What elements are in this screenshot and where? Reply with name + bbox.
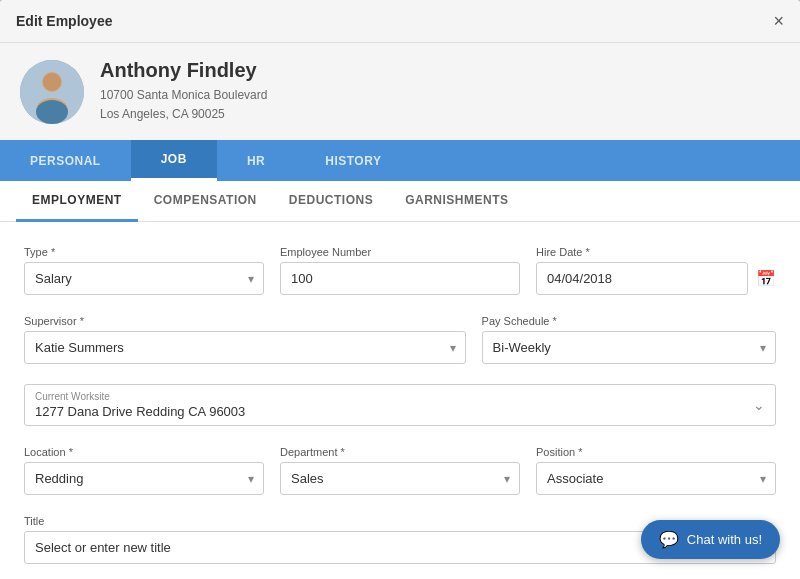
close-button[interactable]: × [773,12,784,30]
position-group: Position * Associate [536,446,776,495]
location-select-wrapper: Redding [24,462,264,495]
form-row-3: Current Worksite 1277 Dana Drive Redding… [24,384,776,426]
form-row-1: Type * Salary Employee Number Hire Date … [24,246,776,295]
hire-date-label: Hire Date * [536,246,776,258]
supervisor-group: Supervisor * Katie Summers [24,315,466,364]
pay-schedule-label: Pay Schedule * [482,315,776,327]
employee-number-group: Employee Number [280,246,520,295]
employee-info-section: Anthony Findley 10700 Santa Monica Boule… [0,43,800,140]
chat-button[interactable]: 💬 Chat with us! [641,520,780,559]
employee-name: Anthony Findley [100,59,267,82]
tab-garnishments[interactable]: GARNISHMENTS [389,181,524,222]
location-label: Location * [24,446,264,458]
location-select[interactable]: Redding [24,462,264,495]
svg-point-4 [43,73,61,91]
department-group: Department * Sales [280,446,520,495]
worksite-select[interactable]: Current Worksite 1277 Dana Drive Redding… [24,384,776,426]
avatar [20,60,84,124]
type-select[interactable]: Salary [24,262,264,295]
hire-date-wrapper: 📅 [536,262,776,295]
secondary-tabs: EMPLOYMENT COMPENSATION DEDUCTIONS GARNI… [0,181,800,222]
employee-details: Anthony Findley 10700 Santa Monica Boule… [100,59,267,124]
primary-tabs: PERSONAL JOB HR HISTORY [0,140,800,181]
worksite-label: Current Worksite [35,391,765,402]
type-select-wrapper: Salary [24,262,264,295]
edit-employee-modal: Edit Employee × Anthony Findley 10700 Sa… [0,0,800,579]
supervisor-label: Supervisor * [24,315,466,327]
position-label: Position * [536,446,776,458]
position-select-wrapper: Associate [536,462,776,495]
tab-job[interactable]: JOB [131,140,217,181]
worksite-group: Current Worksite 1277 Dana Drive Redding… [24,384,776,426]
location-group: Location * Redding [24,446,264,495]
pay-schedule-group: Pay Schedule * Bi-Weekly [482,315,776,364]
pay-schedule-select[interactable]: Bi-Weekly [482,331,776,364]
tab-history[interactable]: HISTORY [295,140,411,181]
form-row-4: Location * Redding Department * Sales Po… [24,446,776,495]
calendar-icon[interactable]: 📅 [756,269,776,288]
modal-header: Edit Employee × [0,0,800,43]
department-label: Department * [280,446,520,458]
employee-number-label: Employee Number [280,246,520,258]
form-row-2: Supervisor * Katie Summers Pay Schedule … [24,315,776,364]
svg-point-3 [36,100,68,124]
employee-number-input[interactable] [280,262,520,295]
hire-date-input[interactable] [536,262,748,295]
supervisor-select[interactable]: Katie Summers [24,331,466,364]
worksite-chevron-icon: ⌄ [753,397,765,413]
address-line2: Los Angeles, CA 90025 [100,107,225,121]
supervisor-select-wrapper: Katie Summers [24,331,466,364]
tab-compensation[interactable]: COMPENSATION [138,181,273,222]
position-select[interactable]: Associate [536,462,776,495]
tab-hr[interactable]: HR [217,140,295,181]
type-group: Type * Salary [24,246,264,295]
department-select-wrapper: Sales [280,462,520,495]
department-select[interactable]: Sales [280,462,520,495]
chat-label: Chat with us! [687,532,762,547]
type-label: Type * [24,246,264,258]
hire-date-group: Hire Date * 📅 [536,246,776,295]
address-line1: 10700 Santa Monica Boulevard [100,88,267,102]
modal-title: Edit Employee [16,13,112,29]
worksite-value: 1277 Dana Drive Redding CA 96003 [35,402,765,419]
pay-schedule-select-wrapper: Bi-Weekly [482,331,776,364]
tab-employment[interactable]: EMPLOYMENT [16,181,138,222]
tab-personal[interactable]: PERSONAL [0,140,131,181]
tab-deductions[interactable]: DEDUCTIONS [273,181,389,222]
chat-icon: 💬 [659,530,679,549]
employee-address: 10700 Santa Monica Boulevard Los Angeles… [100,86,267,124]
